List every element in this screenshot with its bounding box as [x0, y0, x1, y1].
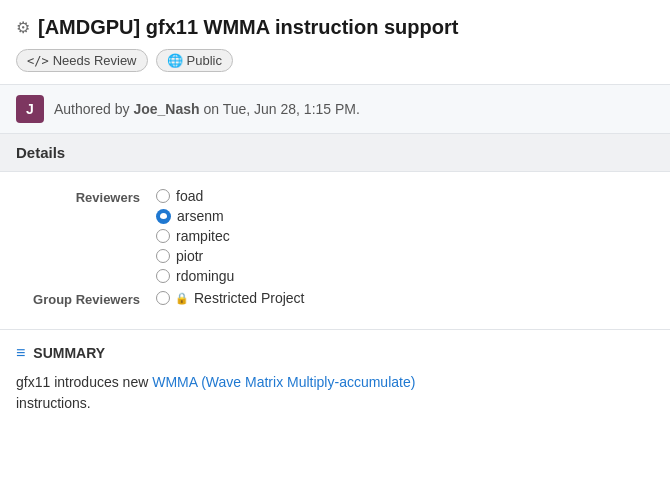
- header-section: ⚙ [AMDGPU] gfx11 WMMA instruction suppor…: [0, 0, 670, 85]
- badges-row: </> Needs Review 🌐 Public: [16, 49, 654, 72]
- summary-line2: instructions.: [16, 395, 91, 411]
- reviewers-label: Reviewers: [16, 188, 156, 205]
- lock-icon: 🔒: [176, 291, 188, 305]
- reviewer-name[interactable]: rampitec: [176, 228, 230, 244]
- details-body: Reviewers foad arsenm rampitec piotr: [0, 172, 670, 329]
- group-reviewers-list: 🔒 Restricted Project: [156, 290, 304, 306]
- code-icon: </>: [27, 54, 49, 68]
- summary-text: gfx11 introduces new WMMA (Wave Matrix M…: [16, 372, 654, 414]
- reviewer-name[interactable]: piotr: [176, 248, 203, 264]
- summary-section: ≡ SUMMARY gfx11 introduces new WMMA (Wav…: [0, 329, 670, 414]
- group-reviewer-name[interactable]: Restricted Project: [194, 290, 304, 306]
- circle-icon: [156, 269, 170, 283]
- author-date: on Tue, Jun 28, 1:15 PM.: [203, 101, 359, 117]
- details-section: Details Reviewers foad arsenm rampitec: [0, 134, 670, 329]
- list-item: rampitec: [156, 228, 234, 244]
- page-title: [AMDGPU] gfx11 WMMA instruction support: [38, 16, 458, 39]
- avatar: J: [16, 95, 44, 123]
- globe-icon: 🌐: [167, 53, 183, 68]
- list-item: arsenm: [156, 208, 234, 224]
- authored-by-label: Authored by: [54, 101, 130, 117]
- details-header: Details: [0, 134, 670, 172]
- circle-icon: [156, 189, 170, 203]
- list-item: piotr: [156, 248, 234, 264]
- author-bar: J Authored by Joe_Nash on Tue, Jun 28, 1…: [0, 85, 670, 134]
- list-item: foad: [156, 188, 234, 204]
- gear-icon: ⚙: [16, 18, 30, 37]
- group-reviewers-label: Group Reviewers: [16, 290, 156, 307]
- group-reviewers-row: Group Reviewers 🔒 Restricted Project: [16, 290, 654, 307]
- public-badge[interactable]: 🌐 Public: [156, 49, 233, 72]
- summary-line1: gfx11 introduces new WMMA (Wave Matrix M…: [16, 374, 415, 390]
- reviewer-name[interactable]: rdomingu: [176, 268, 234, 284]
- list-item: rdomingu: [156, 268, 234, 284]
- public-badge-label: Public: [187, 53, 222, 68]
- circle-icon: [156, 249, 170, 263]
- summary-title: SUMMARY: [33, 345, 105, 361]
- author-name[interactable]: Joe_Nash: [133, 101, 199, 117]
- comment-icon: [156, 209, 171, 224]
- summary-header: ≡ SUMMARY: [16, 344, 654, 362]
- circle-icon: [156, 291, 170, 305]
- author-text: Authored by Joe_Nash on Tue, Jun 28, 1:1…: [54, 101, 360, 117]
- reviewers-list: foad arsenm rampitec piotr rdomingu: [156, 188, 234, 284]
- review-badge-label: Needs Review: [53, 53, 137, 68]
- title-row: ⚙ [AMDGPU] gfx11 WMMA instruction suppor…: [16, 16, 654, 39]
- needs-review-badge[interactable]: </> Needs Review: [16, 49, 148, 72]
- list-item: 🔒 Restricted Project: [156, 290, 304, 306]
- reviewer-name[interactable]: foad: [176, 188, 203, 204]
- lines-icon: ≡: [16, 344, 25, 362]
- wmma-link[interactable]: WMMA (Wave Matrix Multiply-accumulate): [152, 374, 415, 390]
- circle-icon: [156, 229, 170, 243]
- reviewer-name[interactable]: arsenm: [177, 208, 224, 224]
- reviewers-row: Reviewers foad arsenm rampitec piotr: [16, 188, 654, 284]
